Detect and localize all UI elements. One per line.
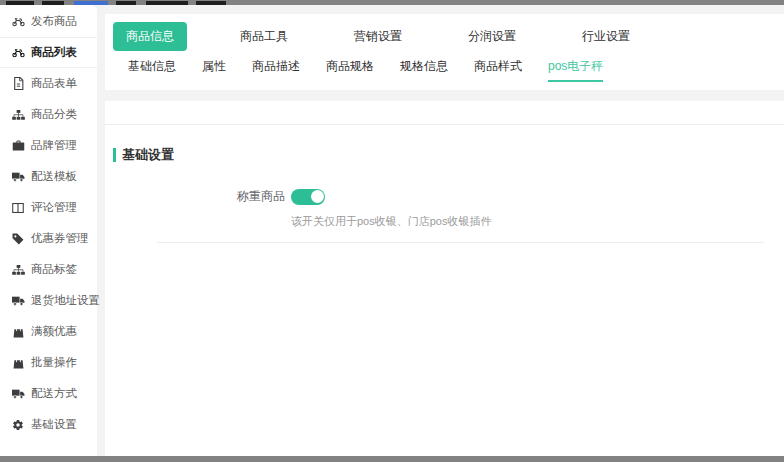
tab-product-info[interactable]: 商品信息: [113, 22, 187, 51]
tabs-card: 商品信息 商品工具 营销设置 分润设置 行业设置 基础信息 属性 商品描述 商品…: [105, 14, 784, 90]
subtab-product-style[interactable]: 商品样式: [474, 58, 522, 82]
toggle-hint-text: 该开关仅用于pos收银、门店pos收银插件: [291, 214, 774, 229]
gear-icon: [11, 419, 25, 431]
sidebar-item-coupon-management[interactable]: 优惠券管理: [0, 223, 97, 254]
chrome-fragment: [116, 1, 136, 5]
section-accent-bar: [113, 148, 116, 162]
secondary-tab-bar: 基础信息 属性 商品描述 商品规格 规格信息 商品样式 pos电子秤: [105, 50, 784, 82]
briefcase-icon: [11, 140, 25, 151]
motorcycle-icon: [11, 16, 25, 27]
tab-industry-settings[interactable]: 行业设置: [569, 22, 643, 51]
sidebar-item-label: 商品分类: [31, 107, 77, 122]
chrome-fragment: [6, 1, 34, 5]
sidebar-item-publish-product[interactable]: 发布商品: [0, 6, 97, 37]
sidebar: 发布商品 商品列表 商品表单 商品分类 品牌管理 配送模板 评论管理 优惠券管理…: [0, 5, 97, 456]
sidebar-item-label: 商品标签: [31, 262, 77, 277]
chrome-fragment: [146, 1, 188, 5]
weighing-product-toggle[interactable]: [291, 189, 325, 205]
columns-icon: [11, 203, 25, 213]
sidebar-item-delivery-template[interactable]: 配送模板: [0, 161, 97, 192]
tab-product-tools[interactable]: 商品工具: [227, 22, 301, 51]
sidebar-item-product-list[interactable]: 商品列表: [0, 37, 97, 68]
sidebar-item-label: 批量操作: [31, 355, 77, 370]
subtab-product-specs[interactable]: 商品规格: [326, 58, 374, 82]
form-divider: [157, 242, 764, 243]
tab-profit-sharing-settings[interactable]: 分润设置: [455, 22, 529, 51]
section-title: 基础设置: [113, 146, 774, 164]
tab-marketing-settings[interactable]: 营销设置: [341, 22, 415, 51]
sidebar-item-product-tags[interactable]: 商品标签: [0, 254, 97, 285]
motorcycle-icon: [11, 47, 25, 58]
sidebar-item-label: 商品列表: [31, 45, 77, 60]
subtab-basic-info[interactable]: 基础信息: [128, 58, 176, 82]
main-area: 商品信息 商品工具 营销设置 分润设置 行业设置 基础信息 属性 商品描述 商品…: [97, 5, 784, 456]
primary-tab-bar: 商品信息 商品工具 营销设置 分润设置 行业设置: [105, 14, 784, 50]
sidebar-item-label: 基础设置: [31, 417, 77, 432]
sidebar-item-comment-management[interactable]: 评论管理: [0, 192, 97, 223]
toggle-knob: [311, 190, 324, 203]
sidebar-item-label: 退货地址设置: [31, 293, 100, 308]
tag-icon: [11, 233, 25, 245]
sidebar-item-label: 发布商品: [31, 14, 77, 29]
section-title-text: 基础设置: [122, 146, 174, 164]
weighing-product-label: 称重商品: [113, 188, 285, 205]
sidebar-item-label: 配送方式: [31, 386, 77, 401]
shopping-bag-icon: [11, 326, 25, 338]
subtab-pos-scale[interactable]: pos电子秤: [548, 58, 603, 82]
subtab-spec-info[interactable]: 规格信息: [400, 58, 448, 82]
sidebar-item-full-amount-discount[interactable]: 满额优惠: [0, 316, 97, 347]
chrome-fragment: [74, 1, 108, 5]
content-card-body: 基础设置 称重商品 该开关仅用于pos收银、门店pos收银插件: [105, 125, 784, 243]
sidebar-item-label: 配送模板: [31, 169, 77, 184]
cropped-top-chrome: [0, 0, 784, 5]
sidebar-item-return-address-settings[interactable]: 退货地址设置: [0, 285, 97, 316]
truck-icon: [11, 389, 25, 399]
truck-icon: [11, 172, 25, 182]
cropped-bottom-chrome: [0, 456, 784, 462]
content-card-header: [105, 101, 784, 125]
sidebar-item-label: 满额优惠: [31, 324, 77, 339]
truck-icon: [11, 296, 25, 306]
sidebar-item-batch-operations[interactable]: 批量操作: [0, 347, 97, 378]
sidebar-item-product-form[interactable]: 商品表单: [0, 68, 97, 99]
sidebar-item-brand-management[interactable]: 品牌管理: [0, 130, 97, 161]
shopping-bag-icon: [11, 357, 25, 369]
sidebar-item-basic-settings[interactable]: 基础设置: [0, 409, 97, 440]
sitemap-icon: [11, 265, 25, 275]
subtab-attributes[interactable]: 属性: [202, 58, 226, 82]
sitemap-icon: [11, 110, 25, 120]
sidebar-item-product-category[interactable]: 商品分类: [0, 99, 97, 130]
subtab-product-description[interactable]: 商品描述: [252, 58, 300, 82]
sidebar-item-label: 商品表单: [31, 76, 77, 91]
sidebar-item-label: 评论管理: [31, 200, 77, 215]
content-card: 基础设置 称重商品 该开关仅用于pos收银、门店pos收银插件: [105, 101, 784, 456]
file-icon: [11, 77, 25, 90]
sidebar-item-label: 品牌管理: [31, 138, 77, 153]
sidebar-item-label: 优惠券管理: [31, 231, 89, 246]
chrome-fragment: [42, 1, 64, 5]
weighing-product-row: 称重商品: [113, 188, 774, 205]
sidebar-item-delivery-method[interactable]: 配送方式: [0, 378, 97, 409]
chrome-fragment: [196, 1, 226, 5]
